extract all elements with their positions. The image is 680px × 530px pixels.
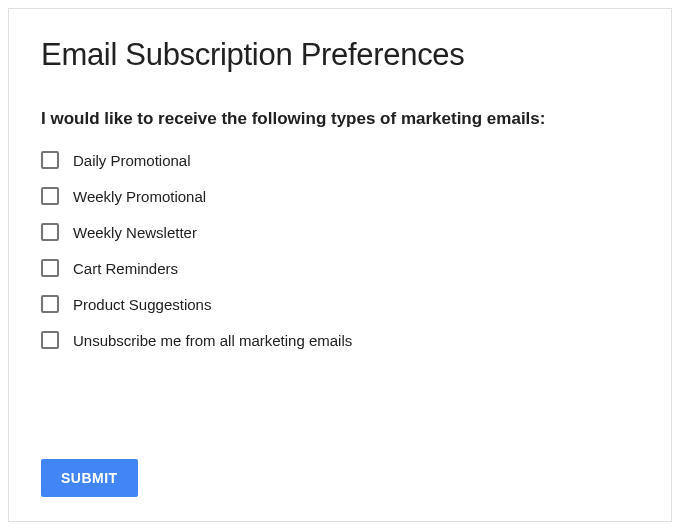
option-daily-promotional[interactable]: Daily Promotional: [41, 151, 639, 169]
option-label[interactable]: Weekly Newsletter: [73, 224, 197, 241]
option-cart-reminders[interactable]: Cart Reminders: [41, 259, 639, 277]
checkbox-icon[interactable]: [41, 223, 59, 241]
prompt-text: I would like to receive the following ty…: [41, 109, 639, 129]
checkbox-icon[interactable]: [41, 331, 59, 349]
checkbox-icon[interactable]: [41, 295, 59, 313]
option-label[interactable]: Product Suggestions: [73, 296, 211, 313]
checkbox-icon[interactable]: [41, 151, 59, 169]
checkbox-icon[interactable]: [41, 187, 59, 205]
options-list: Daily Promotional Weekly Promotional Wee…: [41, 151, 639, 349]
option-weekly-newsletter[interactable]: Weekly Newsletter: [41, 223, 639, 241]
option-label[interactable]: Unsubscribe me from all marketing emails: [73, 332, 352, 349]
option-label[interactable]: Cart Reminders: [73, 260, 178, 277]
checkbox-icon[interactable]: [41, 259, 59, 277]
option-product-suggestions[interactable]: Product Suggestions: [41, 295, 639, 313]
option-label[interactable]: Daily Promotional: [73, 152, 191, 169]
option-weekly-promotional[interactable]: Weekly Promotional: [41, 187, 639, 205]
preferences-panel: Email Subscription Preferences I would l…: [8, 8, 672, 522]
option-unsubscribe-all[interactable]: Unsubscribe me from all marketing emails: [41, 331, 639, 349]
page-title: Email Subscription Preferences: [41, 37, 639, 73]
option-label[interactable]: Weekly Promotional: [73, 188, 206, 205]
submit-button[interactable]: SUBMIT: [41, 459, 138, 497]
